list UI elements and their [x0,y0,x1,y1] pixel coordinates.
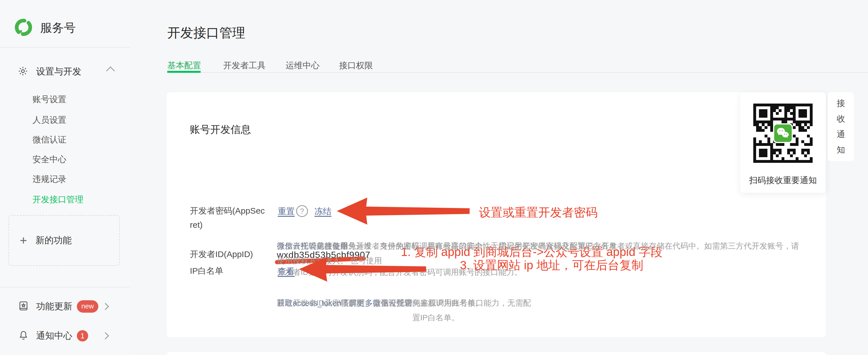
question-circle-icon[interactable]: ? [296,205,308,217]
qr-finder-pattern [793,104,813,123]
appsecret-label: 开发者密码(AppSec ret) [190,204,275,232]
sidebar-item-account-settings[interactable]: 账号设置 [32,94,66,105]
sidebar-item-violation-records[interactable]: 违规记录 [32,174,66,185]
tab-basic-config[interactable]: 基本配置 [167,60,201,71]
notification-count-badge: 1 [77,330,88,342]
qr-finder-pattern [753,104,773,123]
tab-developer-tools[interactable]: 开发者工具 [223,60,266,71]
tab-ops-center[interactable]: 运维中心 [286,60,319,71]
brand-name: 服务号 [40,20,76,36]
desc-text: 免服务器免运维，支持免鉴权调用账号接口能力，无需启用开发者密码及配置IP白名单， [316,239,624,253]
tabs-border [167,72,868,73]
appid-label: 开发者ID(AppID) [190,247,275,261]
receive-notice-side-tab[interactable]: 接 收 通 知 [828,92,854,161]
wechat-mp-logo-icon [14,18,33,38]
feature-updates-label: 功能更新 [36,300,72,313]
bell-icon [18,330,29,342]
desc-text: 。 [348,239,356,253]
account-dev-info-card: 账号开发信息 开发者ID(AppID) wxdb35d53b5cbf9907 1… [167,92,826,337]
new-feature-button[interactable]: + 新的功能 [8,215,120,266]
sidebar-item-notification-center[interactable]: 通知中心 1 [0,327,130,344]
panel-title: 账号开发信息 [190,123,251,137]
sidebar-section-label: 设置与开发 [36,66,82,78]
sidebar-item-security-center[interactable]: 安全中心 [32,154,66,165]
active-tab-underline [167,71,200,73]
side-tab-char: 收 [837,113,845,125]
new-badge: new [77,300,98,313]
plus-icon: + [20,234,27,247]
divider [0,47,130,48]
sidebar-item-dev-interface-mgmt[interactable]: 开发接口管理 [32,194,83,206]
view-ip-whitelist-link[interactable]: 查看 [278,266,295,277]
appsecret-desc: 开发者密码是校验账号开发者身份的密码，具有极高的安全性。切记勿把密码直接交给第三… [277,224,808,253]
chevron-right-icon [102,332,109,339]
sidebar-section-settings-dev[interactable]: 设置与开发 [18,66,114,78]
ip-whitelist-desc: 通过开发者ID及密码调用获取access_token接口时，需要设置访问来源IP… [277,281,808,310]
gear-icon [18,66,28,78]
wechat-logo-icon [773,123,793,143]
chevron-right-icon [102,303,109,310]
qr-finder-pattern [753,143,773,163]
sidebar-item-staff-settings[interactable]: 人员设置 [32,114,66,126]
desc-text: 。也可使用 [373,296,412,310]
freeze-appsecret-link[interactable]: 冻结 [314,206,332,217]
side-tab-char: 知 [837,144,845,156]
qr-caption: 扫码接收重要通知 [740,175,826,186]
ip-whitelist-label: IP白名单 [190,264,275,278]
wechat-mp-admin: 服务号 设置与开发 账号设置 人员设置 微信认证 安全中心 违规记录 开发接口管… [0,0,868,355]
sidebar-item-wechat-verification[interactable]: 微信认证 [32,134,66,146]
next-section-card [167,352,826,355]
changelog-book-icon [18,300,29,312]
reset-appsecret-link[interactable]: 重置 [278,206,295,217]
red-arrow-left [299,256,426,282]
qr-notice-card: 扫码接收重要通知 [740,92,826,193]
page-title: 开发接口管理 [167,24,245,42]
tab-api-permissions[interactable]: 接口权限 [339,60,373,71]
sidebar-item-feature-updates[interactable]: 功能更新 new [0,298,130,315]
chevron-up-icon [106,66,115,75]
desc-text: 免鉴权调用账号接口能力，无需配 置IP白名单。 [412,296,531,325]
side-tab-char: 通 [837,129,845,140]
side-tab-char: 接 [837,98,845,109]
annotation-set-ip: 3. 设置网站 ip 地址，可在后台复制 [460,257,643,273]
brand: 服务号 [14,18,76,38]
red-arrow-left [337,197,470,225]
annotation-set-appsecret: 设置或重置开发者密码 [479,205,598,220]
new-feature-label: 新的功能 [36,234,72,247]
divider [0,287,130,288]
notification-center-label: 通知中心 [36,330,72,342]
sidebar: 服务号 设置与开发 账号设置 人员设置 微信认证 安全中心 违规记录 开发接口管… [0,0,130,355]
